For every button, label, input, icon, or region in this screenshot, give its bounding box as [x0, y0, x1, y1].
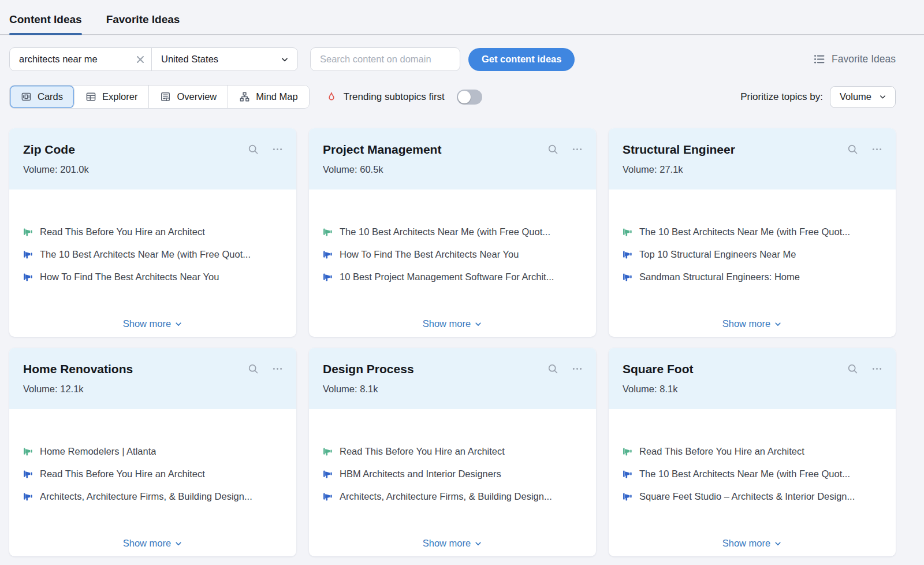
headline-item[interactable]: Read This Before You Hire an Architect: [623, 445, 882, 458]
more-options-icon[interactable]: [571, 143, 583, 155]
megaphone-icon: [23, 226, 33, 236]
search-icon[interactable]: [247, 363, 259, 375]
topic-card-body: Home Remodelers | Atlanta Read This Befo…: [9, 409, 296, 556]
headline-text: How To Find The Best Architects Near You: [340, 248, 519, 261]
topic-card-body: The 10 Best Architects Near Me (with Fre…: [609, 189, 896, 337]
headline-item[interactable]: The 10 Best Architects Near Me (with Fre…: [23, 248, 282, 261]
prioritize-topics-label: Prioritize topics by:: [740, 91, 823, 103]
country-value: United States: [161, 54, 218, 65]
cards-view-icon: [21, 91, 32, 102]
view-cards[interactable]: Cards: [10, 86, 74, 108]
view-overview[interactable]: Overview: [149, 86, 228, 108]
more-options-icon[interactable]: [271, 363, 284, 375]
more-options-icon[interactable]: [571, 363, 583, 375]
list-icon: [813, 53, 825, 65]
view-label: Overview: [177, 91, 217, 102]
chevron-down-icon: [774, 540, 782, 548]
headline-item[interactable]: Top 10 Structural Engineers Near Me: [623, 248, 882, 261]
volume-label: Volume:: [23, 164, 58, 174]
show-more-link[interactable]: Show more: [309, 318, 596, 329]
clear-keyword-button[interactable]: [129, 48, 151, 70]
headline-item[interactable]: 10 Best Project Management Software For …: [323, 270, 582, 284]
search-icon[interactable]: [847, 143, 859, 155]
search-icon[interactable]: [847, 363, 859, 375]
show-more-link[interactable]: Show more: [309, 538, 596, 549]
topic-card: Structural Engineer Volume: 27.1k: [609, 128, 896, 337]
headline-text: The 10 Best Architects Near Me (with Fre…: [340, 225, 550, 239]
card-header-actions: [847, 143, 883, 155]
megaphone-icon: [623, 446, 632, 456]
volume-label: Volume:: [323, 384, 357, 394]
headline-item[interactable]: The 10 Best Architects Near Me (with Fre…: [623, 467, 882, 481]
volume-value: 8.1k: [660, 384, 677, 394]
favorite-ideas-link[interactable]: Favorite Ideas: [813, 53, 896, 65]
headline-text: The 10 Best Architects Near Me (with Fre…: [40, 248, 251, 261]
headline-item[interactable]: Read This Before You Hire an Architect: [23, 467, 282, 481]
topic-card-body: Read This Before You Hire an Architect H…: [309, 409, 596, 556]
topic-volume: Volume: 12.1k: [23, 384, 282, 395]
overview-report-icon: [160, 91, 171, 102]
show-more-link[interactable]: Show more: [9, 538, 296, 549]
tab-favorite-ideas[interactable]: Favorite Ideas: [106, 8, 180, 34]
view-mind-map[interactable]: Mind Map: [228, 86, 308, 108]
topic-card-header: Zip Code Volume: 201.0k: [9, 128, 296, 189]
headline-item[interactable]: HBM Architects and Interior Designers: [323, 467, 582, 481]
prioritize-value: Volume: [840, 91, 871, 102]
megaphone-icon: [323, 446, 333, 456]
headline-item[interactable]: Read This Before You Hire an Architect: [323, 445, 582, 458]
show-more-link[interactable]: Show more: [9, 318, 296, 329]
more-options-icon[interactable]: [871, 363, 883, 375]
search-icon[interactable]: [547, 363, 559, 375]
headline-item[interactable]: How To Find The Best Architects Near You: [323, 248, 582, 261]
topic-card: Square Foot Volume: 8.1k: [609, 348, 896, 556]
topic-volume: Volume: 60.5k: [323, 164, 582, 175]
get-content-ideas-button[interactable]: Get content ideas: [468, 48, 575, 71]
headline-item[interactable]: The 10 Best Architects Near Me (with Fre…: [323, 225, 582, 239]
volume-value: 201.0k: [60, 164, 89, 174]
search-icon[interactable]: [547, 143, 559, 155]
topic-title: Design Process: [323, 362, 582, 376]
volume-value: 12.1k: [60, 384, 83, 394]
chevron-down-icon: [774, 320, 782, 328]
headline-item[interactable]: Architects, Architecture Firms, & Buildi…: [23, 490, 282, 503]
prioritize-topics-select[interactable]: Volume: [830, 86, 896, 108]
more-options-icon[interactable]: [271, 143, 284, 155]
show-more-link[interactable]: Show more: [609, 538, 896, 549]
headline-item[interactable]: How To Find The Best Architects Near You: [23, 270, 282, 284]
headline-item[interactable]: Read This Before You Hire an Architect: [23, 225, 282, 239]
keyword-input[interactable]: [10, 48, 129, 70]
headline-item[interactable]: Architects, Architecture Firms, & Buildi…: [323, 490, 582, 503]
show-more-label: Show more: [123, 538, 171, 549]
topic-title: Home Renovations: [23, 362, 282, 376]
headline-text: Square Feet Studio – Architects & Interi…: [639, 490, 855, 503]
volume-label: Volume:: [23, 384, 58, 394]
headline-item[interactable]: Sandman Structural Engineers: Home: [623, 270, 882, 284]
topic-card-header: Square Foot Volume: 8.1k: [609, 348, 896, 409]
show-more-link[interactable]: Show more: [609, 318, 896, 329]
headline-item[interactable]: Home Remodelers | Atlanta: [23, 445, 282, 458]
tab-content-ideas[interactable]: Content Ideas: [9, 8, 82, 34]
headline-item[interactable]: The 10 Best Architects Near Me (with Fre…: [623, 225, 882, 239]
view-label: Cards: [38, 91, 63, 102]
trending-toggle-switch[interactable]: [457, 90, 482, 105]
megaphone-icon: [23, 249, 33, 259]
view-explorer[interactable]: Explorer: [74, 86, 149, 108]
keyword-country-group: United States: [9, 47, 298, 71]
country-select[interactable]: United States: [152, 48, 297, 70]
search-icon[interactable]: [247, 143, 259, 155]
view-switcher: Cards Explorer Overview: [9, 85, 310, 109]
megaphone-icon: [23, 272, 33, 281]
headline-item[interactable]: Square Feet Studio – Architects & Interi…: [623, 490, 882, 503]
headline-text: Architects, Architecture Firms, & Buildi…: [40, 490, 252, 503]
card-header-actions: [547, 143, 583, 155]
view-label: Explorer: [102, 91, 137, 102]
chevron-down-icon: [474, 540, 482, 548]
domain-search-input[interactable]: [310, 47, 460, 71]
more-options-icon[interactable]: [871, 143, 883, 155]
megaphone-icon: [623, 249, 632, 259]
top-tab-bar: Content Ideas Favorite Ideas: [0, 0, 924, 35]
headline-text: HBM Architects and Interior Designers: [340, 467, 501, 481]
megaphone-icon: [323, 491, 333, 501]
mind-map-icon: [239, 91, 250, 102]
show-more-label: Show more: [722, 318, 770, 329]
